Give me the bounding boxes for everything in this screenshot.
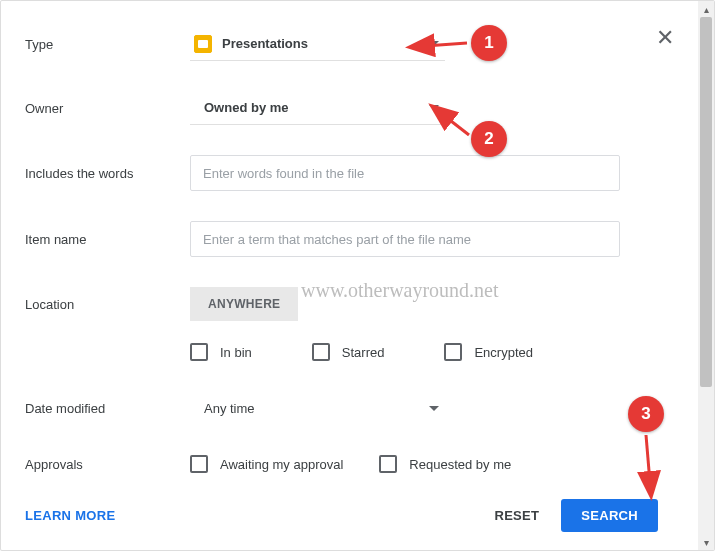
scroll-down-arrow[interactable]: ▾: [698, 534, 714, 550]
date-modified-dropdown[interactable]: Any time: [190, 391, 445, 425]
scroll-up-arrow[interactable]: ▴: [698, 1, 714, 17]
checkbox-requested-by-me[interactable]: Requested by me: [379, 455, 511, 473]
checkbox-box-icon: [190, 455, 208, 473]
includes-words-input[interactable]: [190, 155, 620, 191]
chevron-down-icon: [429, 105, 439, 110]
checkbox-awaiting-label: Awaiting my approval: [220, 457, 343, 472]
scrollbar-track[interactable]: ▴ ▾: [698, 1, 714, 550]
owner-dropdown[interactable]: Owned by me: [190, 91, 445, 125]
row-flags: In bin Starred Encrypted: [25, 343, 674, 361]
checkbox-box-icon: [312, 343, 330, 361]
row-item-name: Item name: [25, 221, 674, 257]
checkbox-awaiting-approval[interactable]: Awaiting my approval: [190, 455, 343, 473]
row-location: Location ANYWHERE: [25, 287, 674, 321]
checkbox-in-bin[interactable]: In bin: [190, 343, 252, 361]
date-modified-value: Any time: [204, 401, 255, 416]
checkbox-box-icon: [379, 455, 397, 473]
label-item-name: Item name: [25, 232, 190, 247]
type-dropdown-value: Presentations: [222, 36, 308, 51]
row-approvals: Approvals Awaiting my approval Requested…: [25, 455, 674, 473]
item-name-input[interactable]: [190, 221, 620, 257]
owner-dropdown-value: Owned by me: [204, 100, 289, 115]
row-date-modified: Date modified Any time: [25, 391, 674, 425]
row-includes: Includes the words: [25, 155, 674, 191]
dialog-footer: LEARN MORE RESET SEARCH: [25, 499, 658, 532]
checkbox-starred[interactable]: Starred: [312, 343, 385, 361]
row-owner: Owner Owned by me: [25, 91, 674, 125]
label-includes: Includes the words: [25, 166, 190, 181]
search-filters-dialog: ✕ Type Presentations Owner Owned by me I…: [1, 1, 698, 550]
chevron-down-icon: [429, 406, 439, 411]
row-type: Type Presentations: [25, 27, 674, 61]
search-button[interactable]: SEARCH: [561, 499, 658, 532]
reset-button[interactable]: RESET: [494, 508, 539, 523]
label-type: Type: [25, 37, 190, 52]
checkbox-starred-label: Starred: [342, 345, 385, 360]
checkbox-box-icon: [444, 343, 462, 361]
checkbox-box-icon: [190, 343, 208, 361]
checkbox-requested-label: Requested by me: [409, 457, 511, 472]
label-approvals: Approvals: [25, 457, 190, 472]
type-dropdown[interactable]: Presentations: [190, 27, 445, 61]
presentations-icon: [194, 35, 212, 53]
label-location: Location: [25, 297, 190, 312]
checkbox-in-bin-label: In bin: [220, 345, 252, 360]
checkbox-encrypted-label: Encrypted: [474, 345, 533, 360]
chevron-down-icon: [429, 41, 439, 46]
scrollbar-thumb[interactable]: [700, 17, 712, 387]
checkbox-encrypted[interactable]: Encrypted: [444, 343, 533, 361]
learn-more-link[interactable]: LEARN MORE: [25, 508, 115, 523]
location-chip-anywhere[interactable]: ANYWHERE: [190, 287, 298, 321]
label-owner: Owner: [25, 101, 190, 116]
label-date-modified: Date modified: [25, 401, 190, 416]
